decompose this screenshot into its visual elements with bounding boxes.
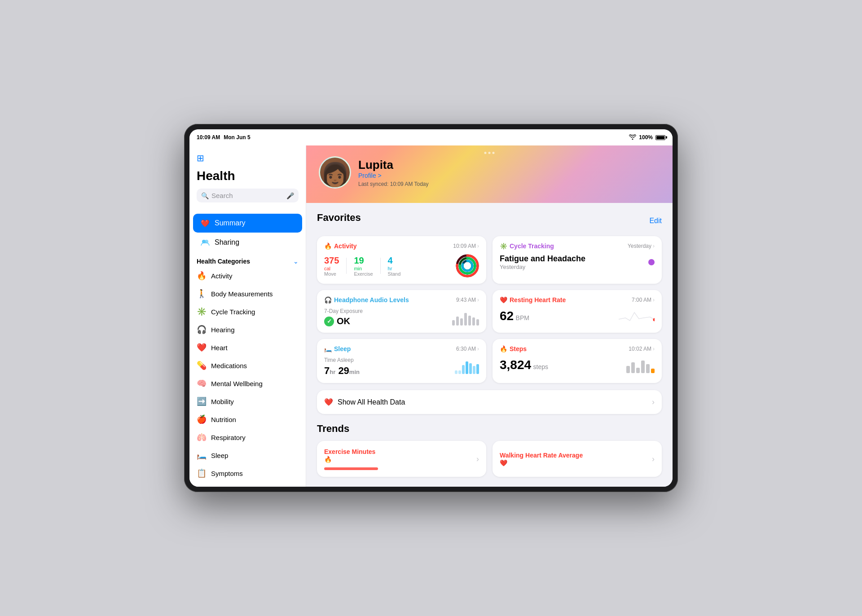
activity-category-icon: 🔥: [197, 271, 207, 281]
sharing-icon: [200, 238, 210, 247]
headphone-status-area: 7-Day Exposure ✓ OK: [324, 308, 363, 326]
sleep-bar-5: [469, 363, 472, 374]
sleep-bar-3: [462, 365, 465, 374]
health-categories-header: Health Categories ⌄: [189, 252, 306, 267]
search-bar[interactable]: 🔍 Search 🎤: [197, 189, 299, 202]
activity-card-header: 🔥 Activity 10:09 AM ›: [324, 242, 479, 250]
sidebar-item-sharing[interactable]: Sharing: [193, 233, 302, 252]
trend-exercise-minutes[interactable]: Exercise Minutes 🔥 ›: [317, 441, 486, 477]
category-item-body-measurements[interactable]: 🚶 Body Measurements: [189, 285, 306, 303]
steps-value: 3,824: [500, 358, 531, 372]
headphone-content: 7-Day Exposure ✓ OK: [324, 308, 479, 326]
sidebar: ⊞ Health 🔍 Search 🎤 ❤️ Summary: [189, 145, 306, 487]
cycle-tracking-card[interactable]: ✳️ Cycle Tracking Yesterday ›: [493, 236, 662, 284]
exercise-minutes-label: Exercise Minutes: [324, 448, 375, 455]
sleep-card[interactable]: 🛏️ Sleep 6:30 AM › Time Aslee: [317, 339, 486, 383]
cycle-tracking-symptoms: Fatigue and Headache Yesterday: [500, 254, 585, 270]
steps-bar-4: [641, 361, 645, 373]
stand-metric: 4 hr Stand: [388, 255, 401, 277]
category-item-mental-wellbeing[interactable]: 🧠 Mental Wellbeing: [189, 374, 306, 392]
ok-check-icon: ✓: [324, 317, 334, 326]
steps-card[interactable]: 🔥 Steps 10:02 AM › 3,824: [493, 339, 662, 383]
heart-rate-card-title: ❤️ Resting Heart Rate: [500, 296, 566, 304]
divider-1: [346, 258, 347, 274]
category-item-symptoms[interactable]: 📋 Symptoms: [189, 464, 306, 482]
app-body: ⊞ Health 🔍 Search 🎤 ❤️ Summary: [189, 145, 673, 487]
activity-card[interactable]: 🔥 Activity 10:09 AM › 375: [317, 236, 486, 284]
move-value: 375: [324, 255, 339, 266]
category-item-cycle-tracking[interactable]: ✳️ Cycle Tracking: [189, 303, 306, 321]
sleep-card-time: 6:30 AM ›: [456, 346, 479, 352]
category-item-mobility[interactable]: ➡️ Mobility: [189, 392, 306, 410]
favorites-grid: 🔥 Activity 10:09 AM › 375: [317, 236, 662, 383]
sleep-hr-unit: hr: [330, 369, 335, 375]
steps-card-label: Steps: [510, 345, 527, 352]
profile-info: Lupita Profile > Last synced: 10:09 AM T…: [358, 158, 660, 187]
heart-label: Heart: [211, 344, 228, 352]
bpm-unit: BPM: [516, 314, 529, 321]
sleep-icon: 🛏️: [197, 450, 207, 460]
category-item-respiratory[interactable]: 🫁 Respiratory: [189, 428, 306, 446]
steps-card-header: 🔥 Steps 10:02 AM ›: [500, 345, 655, 352]
bpm-display: 62 BPM: [500, 309, 529, 323]
sidebar-item-summary[interactable]: ❤️ Summary: [193, 214, 302, 233]
activity-card-title: 🔥 Activity: [324, 242, 357, 250]
category-item-medications[interactable]: 💊 Medications: [189, 356, 306, 374]
sleep-duration: 7hr 29min: [324, 365, 360, 377]
trend-walking-heart-rate[interactable]: Walking Heart Rate Average ❤️ ›: [493, 441, 662, 477]
sleep-bar-6: [473, 366, 475, 374]
sleep-minutes: 29: [338, 365, 349, 376]
status-time: 10:09 AM: [197, 134, 220, 141]
headphone-chevron-icon: ›: [477, 297, 479, 303]
sleep-label: Sleep: [211, 452, 228, 459]
categories-chevron-icon[interactable]: ⌄: [293, 258, 299, 265]
sidebar-toggle-icon[interactable]: ⊞: [197, 153, 204, 163]
activity-card-time: 10:09 AM ›: [453, 243, 479, 249]
steps-bar-2: [631, 362, 635, 373]
category-item-activity[interactable]: 🔥 Activity: [189, 267, 306, 285]
category-item-sleep[interactable]: 🛏️ Sleep: [189, 446, 306, 464]
steps-unit: steps: [533, 363, 548, 370]
category-list: 🔥 Activity 🚶 Body Measurements ✳️ Cycle …: [189, 267, 306, 482]
status-bar: 10:09 AM Mon Jun 5 100%: [189, 129, 673, 145]
heart-icon: ❤️: [197, 343, 207, 352]
headphone-audio-card[interactable]: 🎧 Headphone Audio Levels 9:43 AM ›: [317, 290, 486, 333]
mental-wellbeing-label: Mental Wellbeing: [211, 380, 263, 387]
summary-label: Summary: [215, 219, 245, 227]
steps-content: 3,824 steps: [500, 357, 655, 373]
walking-trend-chevron: ›: [652, 454, 655, 464]
sleep-bar-7: [476, 364, 479, 374]
trends-grid: Exercise Minutes 🔥 › Walking Heart Rate …: [317, 441, 662, 477]
steps-bar-3: [636, 368, 640, 373]
profile-header: Lupita Profile > Last synced: 10:09 AM T…: [306, 145, 673, 203]
steps-display: 3,824 steps: [500, 358, 548, 372]
ok-badge: ✓ OK: [324, 316, 363, 326]
exercise-metric: 19 min Exercise: [354, 255, 373, 277]
category-item-nutrition[interactable]: 🍎 Nutrition: [189, 410, 306, 428]
cycle-tracking-card-icon: ✳️: [500, 242, 507, 250]
profile-link[interactable]: Profile >: [358, 172, 660, 179]
category-item-heart[interactable]: ❤️ Heart: [189, 339, 306, 356]
sleep-content: Time Asleep 7hr 29min: [324, 357, 479, 377]
symptoms-label: Symptoms: [211, 470, 243, 477]
mobility-icon: ➡️: [197, 396, 207, 406]
main-content: Lupita Profile > Last synced: 10:09 AM T…: [306, 145, 673, 487]
hearing-label: Hearing: [211, 326, 235, 334]
heart-rate-card-header: ❤️ Resting Heart Rate 7:00 AM ›: [500, 296, 655, 304]
profile-sync: Last synced: 10:09 AM Today: [358, 181, 660, 187]
activity-time-value: 10:09 AM: [453, 243, 476, 249]
steps-time-value: 10:02 AM: [629, 346, 651, 352]
nutrition-icon: 🍎: [197, 414, 207, 424]
sleep-bar-1: [455, 370, 457, 374]
avatar-face: [320, 158, 350, 187]
summary-icon: ❤️: [200, 218, 210, 228]
body-measurements-icon: 🚶: [197, 289, 207, 299]
edit-button[interactable]: Edit: [649, 217, 662, 225]
show-all-chevron-icon: ›: [652, 397, 655, 407]
ok-text: OK: [337, 316, 350, 326]
show-all-health-data[interactable]: ❤️ Show All Health Data ›: [317, 390, 662, 414]
category-item-hearing[interactable]: 🎧 Hearing: [189, 321, 306, 339]
mic-icon[interactable]: 🎤: [286, 192, 294, 199]
steps-bar-6: [651, 369, 655, 373]
resting-heart-rate-card[interactable]: ❤️ Resting Heart Rate 7:00 AM ›: [493, 290, 662, 333]
